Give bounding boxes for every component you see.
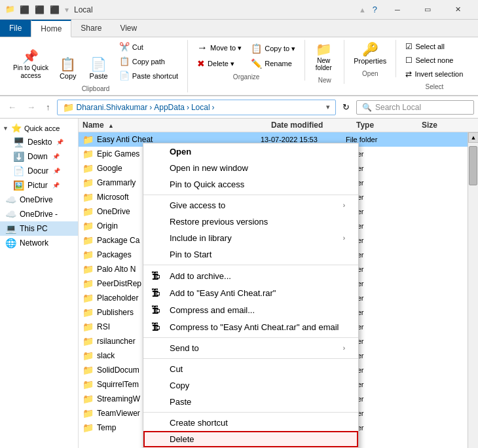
copy-to-button[interactable]: 📋Copy to ▾ — [247, 41, 299, 56]
search-placeholder: Search Local — [375, 103, 421, 112]
ribbon: File Home Share View 📌 Pin to Quickacces… — [0, 20, 478, 96]
paste-icon: 📄 — [90, 58, 107, 71]
search-box[interactable]: 🔍 Search Local — [356, 100, 474, 115]
network-icon: 🌐 — [5, 238, 16, 248]
archive-icon-2: 🗜 — [151, 288, 164, 298]
ctx-add-rar[interactable]: 🗜Add to "Easy Anti Cheat.rar" — [143, 284, 358, 301]
select-all-button[interactable]: ☑Select all — [401, 40, 467, 53]
close-button[interactable]: ✕ — [443, 0, 473, 20]
select-none-button[interactable]: ☐Select none — [401, 54, 467, 67]
ctx-create-shortcut[interactable]: Create shortcut — [143, 415, 358, 431]
sidebar-item-onedrive2[interactable]: ☁️ OneDrive - — [0, 207, 78, 221]
ctx-add-archive[interactable]: 🗜Add to archive... — [143, 267, 358, 284]
ctx-copy[interactable]: Copy — [143, 377, 358, 394]
new-folder-button[interactable]: 📁 Newfolder — [310, 40, 337, 74]
path-segment-appdata[interactable]: AppData — [154, 103, 185, 112]
invert-selection-button[interactable]: ⇄Invert selection — [401, 67, 467, 81]
tab-file[interactable]: File — [0, 20, 31, 37]
path-dropdown-icon[interactable]: ▾ — [326, 103, 330, 111]
select-label: Select — [401, 82, 467, 90]
tab-share[interactable]: Share — [71, 20, 111, 37]
forward-button[interactable]: → — [23, 100, 39, 114]
minimize-button[interactable]: ─ — [382, 0, 413, 20]
quick-access-icon: ⭐ — [11, 123, 22, 133]
ctx-include-library[interactable]: Include in library› — [143, 230, 358, 246]
scroll-track[interactable] — [468, 143, 478, 448]
open-items: 🔑 Properties — [350, 40, 390, 67]
copy-path-button[interactable]: 📋Copy path — [115, 54, 182, 68]
sidebar-item-pictures[interactable]: 🖼️ Pictur 📌 — [0, 178, 78, 193]
column-name[interactable]: Name ▲ — [83, 121, 271, 130]
ctx-compress-email[interactable]: 🗜Compress and email... — [143, 301, 358, 318]
thispc-icon: 💻 — [5, 223, 16, 234]
column-date[interactable]: Date modified — [271, 121, 356, 130]
address-path[interactable]: 📁 Dharani.Shivakumar › AppData › Local ›… — [57, 100, 337, 115]
maximize-button[interactable]: ▭ — [413, 0, 443, 20]
move-icon: → — [197, 42, 208, 54]
move-to-button[interactable]: →Move to ▾ — [193, 40, 246, 56]
ctx-open[interactable]: Open — [143, 143, 358, 160]
folder-icon-temp: 📁 — [83, 422, 94, 433]
sidebar-item-desktop[interactable]: 🖥️ Deskto 📌 — [0, 135, 78, 149]
ctx-delete[interactable]: Delete — [143, 431, 358, 447]
quick-access-header[interactable]: ▼ ⭐ Quick acce — [0, 121, 78, 135]
ctx-cut[interactable]: Cut — [143, 361, 358, 377]
cut-button[interactable]: ✂️Cut — [115, 40, 182, 54]
ctx-pin-start[interactable]: Pin to Start — [143, 246, 358, 263]
paste-shortcut-button[interactable]: 📄Paste shortcut — [115, 69, 182, 83]
ribbon-group-new: 📁 Newfolder New — [305, 40, 344, 84]
quick-access-label: Quick acce — [24, 124, 60, 132]
column-size[interactable]: Size — [422, 121, 474, 130]
paste-shortcut-icon: 📄 — [119, 71, 130, 81]
folder-icon-sw: 📁 — [83, 394, 94, 404]
sidebar-item-network[interactable]: 🌐 Network — [0, 236, 78, 250]
properties-button[interactable]: 🔑 Properties — [350, 40, 390, 67]
ctx-open-new-window[interactable]: Open in new window — [143, 160, 358, 176]
context-menu: Open Open in new window Pin to Quick acc… — [143, 143, 359, 448]
scroll-thumb[interactable] — [469, 146, 477, 185]
organize-buttons: →Move to ▾ ✖Delete ▾ — [193, 40, 246, 71]
refresh-button[interactable]: ↻ — [339, 100, 354, 114]
column-type[interactable]: Type — [356, 121, 422, 130]
folder-icon-tv: 📁 — [83, 408, 94, 419]
vertical-scrollbar[interactable]: ▲ ▼ — [468, 132, 478, 448]
folder-icon-google: 📁 — [83, 163, 94, 174]
folder-icon: 📁 — [63, 102, 74, 113]
address-bar: ← → ↑ 📁 Dharani.Shivakumar › AppData › L… — [0, 96, 478, 119]
sidebar-item-onedrive[interactable]: ☁️ OneDrive — [0, 193, 78, 207]
ctx-restore-versions[interactable]: Restore previous versions — [143, 214, 358, 230]
scroll-up-button[interactable]: ▲ — [468, 132, 478, 143]
ctx-paste[interactable]: Paste — [143, 394, 358, 410]
sidebar-item-downloads[interactable]: ⬇️ Down 📌 — [0, 149, 78, 164]
folder-icon-pub: 📁 — [83, 307, 94, 318]
rename-button[interactable]: ✏️Rename — [247, 56, 299, 71]
separator-5 — [143, 412, 358, 413]
ribbon-group-organize: →Move to ▾ ✖Delete ▾ 📋Copy to ▾ ✏️Rename… — [188, 40, 305, 81]
delete-button[interactable]: ✖Delete ▾ — [193, 56, 246, 71]
folder-icon-pkgs: 📁 — [83, 250, 94, 260]
tab-view[interactable]: View — [111, 20, 146, 37]
folder-icon-sd: 📁 — [83, 365, 94, 375]
back-button[interactable]: ← — [4, 100, 20, 114]
path-segment-local[interactable]: Local — [191, 103, 210, 112]
ctx-compress-rar-email[interactable]: 🗜Compress to "Easy Anti Cheat.rar" and e… — [143, 318, 358, 335]
tab-home[interactable]: Home — [31, 20, 71, 37]
up-button[interactable]: ↑ — [42, 100, 54, 114]
onedrive2-icon: ☁️ — [5, 209, 16, 219]
ctx-pin-quick-access[interactable]: Pin to Quick access — [143, 176, 358, 193]
window-title: Local — [74, 5, 359, 14]
path-segment-user[interactable]: Dharani.Shivakumar — [77, 103, 148, 112]
folder-icon-origin: 📁 — [83, 221, 94, 231]
pin-to-quick-access-button[interactable]: 📌 Pin to Quickaccess — [9, 47, 52, 83]
help-icon[interactable]: ? — [373, 5, 377, 14]
ctx-send-to[interactable]: Send to› — [143, 340, 358, 356]
copy-button[interactable]: 📋 Copy — [54, 55, 83, 83]
ctx-give-access[interactable]: Give access to› — [143, 197, 358, 214]
sidebar-item-thispc[interactable]: 💻 This PC — [0, 221, 78, 236]
folder-icon-rsilauncher: 📁 — [83, 336, 94, 346]
separator-4 — [143, 358, 358, 359]
sidebar-item-documents[interactable]: 📄 Docur 📌 — [0, 164, 78, 178]
paste-button[interactable]: 📄 Paste — [84, 55, 114, 83]
ribbon-tabs: File Home Share View — [0, 20, 478, 37]
separator-1 — [143, 195, 358, 195]
